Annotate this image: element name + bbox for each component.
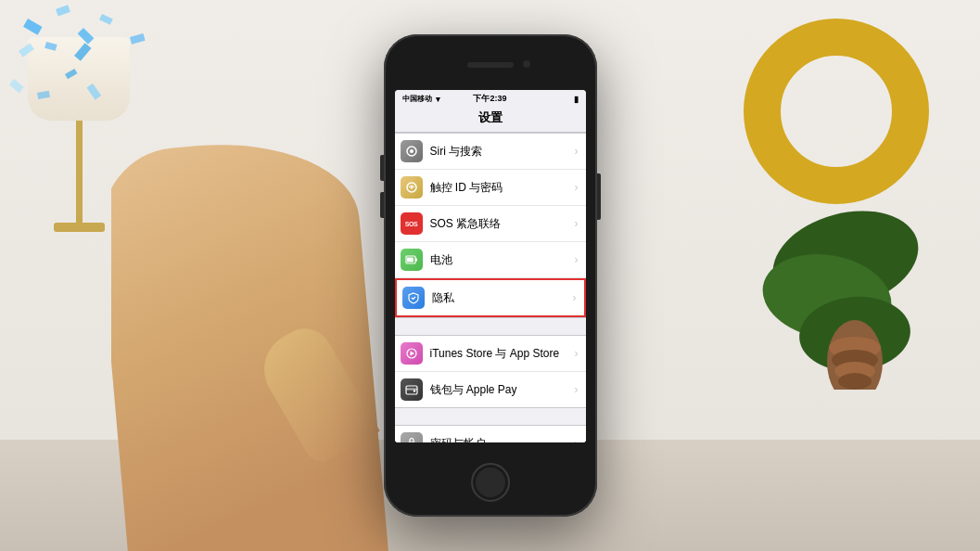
settings-row-touch[interactable]: 触控 ID 与密码 › — [395, 170, 586, 206]
svg-point-7 — [838, 373, 872, 390]
settings-group-2: iTunes Store 与 App Store › 钱包与 Apple Pay… — [395, 335, 586, 408]
svg-rect-8 — [23, 19, 43, 35]
status-time: 下午2:39 — [473, 93, 506, 105]
touch-id-chevron: › — [575, 181, 579, 194]
nav-title: 设置 — [395, 106, 586, 133]
iphone-frame: 中国移动 ▾ 下午2:39 ▮ 设置 Siri 与搜索 › — [384, 34, 597, 517]
settings-group-3: 密码与帐户 › 邮件 › 通讯录 › — [395, 425, 586, 442]
iphone-camera — [523, 60, 530, 68]
settings-row-sos[interactable]: SOS SOS 紧急联络 › — [395, 206, 586, 242]
settings-row-siri[interactable]: Siri 与搜索 › — [395, 134, 586, 170]
touch-id-label: 触控 ID 与密码 — [430, 180, 571, 196]
status-bar: 中国移动 ▾ 下午2:39 ▮ — [395, 90, 586, 106]
settings-row-itunes[interactable]: iTunes Store 与 App Store › — [395, 336, 586, 372]
svg-rect-26 — [407, 258, 414, 263]
password-chevron: › — [575, 437, 579, 442]
iphone-home-button[interactable] — [471, 463, 510, 502]
svg-rect-9 — [56, 5, 70, 16]
carrier-label: 中国移动 — [402, 94, 432, 104]
svg-rect-30 — [406, 389, 417, 391]
confetti-decoration — [0, 0, 204, 148]
svg-rect-13 — [74, 43, 91, 61]
touch-id-icon — [401, 176, 423, 199]
wifi-icon: ▾ — [436, 95, 440, 104]
settings-row-password[interactable]: 密码与帐户 › — [395, 426, 586, 442]
svg-rect-15 — [130, 33, 146, 45]
wallet-icon — [401, 378, 423, 401]
section-divider-1 — [395, 318, 586, 335]
status-right: ▮ — [574, 95, 579, 104]
iphone-volume-down-button — [380, 192, 384, 218]
section-divider-2 — [395, 408, 586, 425]
itunes-chevron: › — [575, 347, 579, 360]
svg-rect-11 — [19, 43, 34, 57]
svg-point-21 — [410, 149, 414, 153]
svg-rect-12 — [45, 42, 57, 51]
settings-row-privacy[interactable]: 隐私 › — [395, 278, 586, 317]
settings-group-1: Siri 与搜索 › 触控 ID 与密码 › SOS SOS 紧急联络 › — [395, 133, 586, 318]
iphone-power-button — [597, 173, 601, 220]
svg-point-31 — [413, 390, 414, 391]
iphone-volume-up-button — [380, 155, 384, 181]
privacy-label: 隐私 — [432, 290, 569, 306]
sos-icon: SOS — [401, 212, 423, 235]
svg-rect-14 — [99, 14, 113, 25]
siri-chevron: › — [575, 145, 579, 158]
battery-settings-icon — [401, 249, 423, 271]
wallet-label: 钱包与 Apple Pay — [430, 382, 571, 398]
sos-label: SOS 紧急联络 — [430, 216, 571, 232]
sos-chevron: › — [575, 217, 579, 230]
yellow-ring-decoration — [744, 19, 929, 204]
svg-rect-16 — [9, 79, 24, 93]
iphone-speaker — [467, 62, 514, 68]
svg-rect-10 — [78, 28, 95, 45]
nav-title-text: 设置 — [478, 110, 503, 124]
siri-icon — [401, 140, 423, 162]
settings-row-battery[interactable]: 电池 › — [395, 242, 586, 278]
hand — [111, 134, 408, 551]
status-left: 中国移动 ▾ — [402, 94, 440, 104]
itunes-icon — [401, 342, 423, 365]
svg-point-23 — [410, 186, 413, 189]
password-label: 密码与帐户 — [430, 436, 571, 443]
settings-row-wallet[interactable]: 钱包与 Apple Pay › — [395, 372, 586, 407]
svg-rect-17 — [65, 69, 77, 79]
battery-chevron: › — [575, 253, 579, 266]
svg-rect-18 — [86, 83, 101, 100]
iphone-screen: 中国移动 ▾ 下午2:39 ▮ 设置 Siri 与搜索 › — [395, 90, 586, 442]
wallet-chevron: › — [575, 383, 579, 396]
siri-label: Siri 与搜索 — [430, 144, 571, 160]
itunes-label: iTunes Store 与 App Store — [430, 346, 571, 362]
svg-rect-19 — [37, 91, 50, 99]
privacy-chevron: › — [573, 291, 577, 304]
battery-icon: ▮ — [574, 95, 579, 104]
privacy-icon — [402, 287, 425, 309]
svg-marker-28 — [410, 352, 414, 356]
pine-greenery — [762, 204, 929, 390]
svg-rect-25 — [415, 259, 417, 262]
settings-list: Siri 与搜索 › 触控 ID 与密码 › SOS SOS 紧急联络 › — [395, 133, 586, 442]
battery-label: 电池 — [430, 252, 571, 268]
password-icon — [401, 432, 423, 442]
